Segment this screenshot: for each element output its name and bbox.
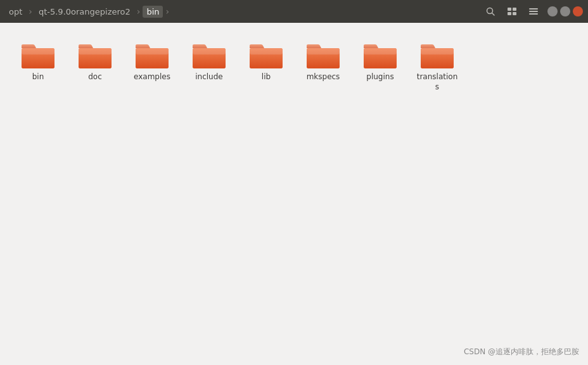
svg-rect-11 xyxy=(22,48,54,54)
folder-item-doc[interactable]: doc xyxy=(70,35,120,86)
svg-rect-32 xyxy=(421,48,454,54)
svg-rect-6 xyxy=(529,8,538,10)
folder-label: examples xyxy=(134,72,170,82)
svg-rect-14 xyxy=(79,48,112,54)
content-area: bin xyxy=(0,23,588,365)
folder-icon xyxy=(20,39,56,70)
breadcrumb-opt[interactable]: opt xyxy=(5,6,26,18)
breadcrumb-arrow: › xyxy=(165,6,169,16)
svg-rect-8 xyxy=(529,13,538,15)
folder-icon xyxy=(362,39,398,70)
svg-rect-2 xyxy=(508,8,511,11)
titlebar: opt › qt-5.9.0orangepizero2 › bin › xyxy=(0,0,588,23)
folder-item-lib[interactable]: lib xyxy=(241,35,291,86)
svg-rect-17 xyxy=(136,48,169,54)
svg-rect-4 xyxy=(508,12,511,15)
folder-label: include xyxy=(195,72,222,82)
breadcrumb-bin[interactable]: bin xyxy=(143,6,163,18)
folder-label: translations xyxy=(416,72,459,92)
folder-label: doc xyxy=(88,72,102,82)
svg-rect-29 xyxy=(364,48,397,54)
folder-item-bin[interactable]: bin xyxy=(13,35,63,86)
svg-rect-7 xyxy=(529,11,538,12)
folder-label: plugins xyxy=(366,72,393,82)
folder-icon xyxy=(419,39,455,70)
svg-rect-20 xyxy=(193,48,226,54)
svg-rect-23 xyxy=(250,48,283,54)
folder-item-include[interactable]: include xyxy=(184,35,234,86)
view-options-button[interactable] xyxy=(503,3,521,20)
titlebar-actions xyxy=(482,3,542,20)
svg-line-1 xyxy=(492,13,495,16)
minimize-button[interactable] xyxy=(547,6,558,16)
svg-rect-26 xyxy=(307,48,340,54)
folder-label: lib xyxy=(262,72,271,82)
folder-grid: bin xyxy=(13,35,575,96)
maximize-button[interactable] xyxy=(560,6,570,16)
folder-item-plugins[interactable]: plugins xyxy=(355,35,406,86)
breadcrumb-sep-2: › xyxy=(137,6,141,16)
folder-item-translations[interactable]: translations xyxy=(412,35,463,96)
folder-icon xyxy=(248,39,284,70)
folder-label: bin xyxy=(32,72,44,82)
folder-icon xyxy=(191,39,227,70)
watermark: CSDN @追逐内啡肽，拒绝多巴胺 xyxy=(464,347,579,357)
search-button[interactable] xyxy=(482,3,499,20)
breadcrumb-sep-1: › xyxy=(29,6,32,16)
close-button[interactable] xyxy=(573,6,583,16)
window-controls xyxy=(547,6,583,16)
breadcrumb: opt › qt-5.9.0orangepizero2 › bin › xyxy=(5,6,479,18)
folder-item-mkspecs[interactable]: mkspecs xyxy=(298,35,348,86)
breadcrumb-qt[interactable]: qt-5.9.0orangepizero2 xyxy=(35,6,134,18)
folder-icon xyxy=(77,39,113,70)
svg-rect-5 xyxy=(513,12,516,15)
folder-icon xyxy=(134,39,170,70)
folder-item-examples[interactable]: examples xyxy=(127,35,177,86)
folder-label: mkspecs xyxy=(307,72,340,82)
folder-icon xyxy=(305,39,341,70)
menu-button[interactable] xyxy=(525,3,542,20)
svg-rect-3 xyxy=(513,8,516,11)
